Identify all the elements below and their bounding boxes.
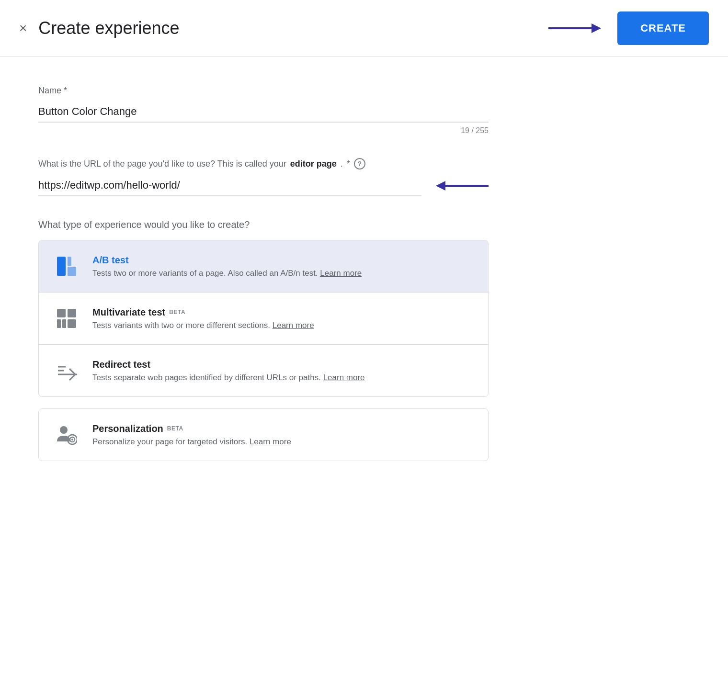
- url-input-row: [38, 175, 489, 196]
- svg-point-18: [71, 439, 73, 440]
- ab-test-title: A/B test: [92, 255, 473, 266]
- page-header: × Create experience CREATE: [0, 0, 728, 57]
- redirect-icon: [54, 358, 79, 383]
- create-button[interactable]: CREATE: [617, 11, 709, 45]
- personalization-content: Personalization BETA Personalize your pa…: [92, 423, 473, 447]
- svg-marker-3: [436, 181, 445, 191]
- multivariate-desc-text: Tests variants with two or more differen…: [92, 321, 270, 330]
- experience-type-label: What type of experience would you like t…: [38, 219, 489, 230]
- multivariate-learn-more[interactable]: Learn more: [273, 321, 314, 330]
- close-icon[interactable]: ×: [19, 22, 27, 35]
- svg-rect-11: [68, 319, 76, 328]
- multivariate-title-text: Multivariate test: [92, 307, 165, 318]
- experience-type-section: What type of experience would you like t…: [38, 219, 489, 461]
- multivariate-desc: Tests variants with two or more differen…: [92, 321, 473, 330]
- multivariate-title: Multivariate test BETA: [92, 307, 473, 318]
- multivariate-content: Multivariate test BETA Tests variants wi…: [92, 307, 473, 330]
- url-section: What is the URL of the page you'd like t…: [38, 158, 489, 196]
- svg-rect-9: [57, 319, 61, 328]
- name-section: Name * 19 / 255: [38, 86, 489, 135]
- personalization-title-text: Personalization: [92, 423, 163, 434]
- ab-test-desc-text: Tests two or more variants of a page. Al…: [92, 269, 318, 278]
- ab-test-content: A/B test Tests two or more variants of a…: [92, 255, 473, 278]
- url-input[interactable]: [38, 175, 421, 196]
- svg-rect-6: [68, 267, 76, 276]
- multivariate-icon: [54, 306, 79, 331]
- url-label-bold: editor page: [290, 159, 337, 169]
- personalization-learn-more[interactable]: Learn more: [250, 437, 291, 446]
- redirect-desc: Tests separate web pages identified by d…: [92, 373, 473, 383]
- url-label-suffix: .: [341, 159, 343, 169]
- redirect-desc-text: Tests separate web pages identified by d…: [92, 373, 321, 382]
- personalization-container: Personalization BETA Personalize your pa…: [38, 408, 489, 461]
- personalization-icon: [54, 422, 79, 447]
- main-content: Name * 19 / 255 What is the URL of the p…: [0, 57, 527, 513]
- svg-point-15: [60, 426, 68, 434]
- char-count: 19 / 255: [38, 126, 489, 135]
- redirect-title: Redirect test: [92, 359, 473, 370]
- help-icon[interactable]: ?: [354, 158, 365, 169]
- header-left: × Create experience: [19, 18, 180, 38]
- svg-rect-7: [57, 309, 66, 317]
- option-ab-test[interactable]: A/B test Tests two or more variants of a…: [39, 240, 488, 293]
- svg-marker-1: [592, 23, 601, 33]
- personalization-desc: Personalize your page for targeted visit…: [92, 437, 473, 447]
- svg-rect-10: [62, 319, 66, 328]
- option-redirect-test[interactable]: Redirect test Tests separate web pages i…: [39, 345, 488, 396]
- personalization-beta-badge: BETA: [167, 425, 183, 432]
- ab-test-icon: [54, 254, 79, 279]
- ab-test-learn-more[interactable]: Learn more: [320, 269, 362, 278]
- multivariate-beta-badge: BETA: [169, 309, 185, 316]
- arrow-left-decoration: [431, 178, 489, 193]
- page-title: Create experience: [38, 18, 179, 38]
- options-container: A/B test Tests two or more variants of a…: [38, 240, 489, 397]
- url-required: *: [347, 159, 350, 169]
- name-input[interactable]: [38, 102, 489, 123]
- name-label: Name *: [38, 86, 489, 96]
- svg-rect-5: [68, 257, 71, 266]
- option-multivariate-test[interactable]: Multivariate test BETA Tests variants wi…: [39, 293, 488, 345]
- ab-test-title-text: A/B test: [92, 255, 129, 266]
- url-label-prefix: What is the URL of the page you'd like t…: [38, 159, 286, 169]
- header-right: CREATE: [548, 11, 709, 45]
- svg-rect-8: [68, 309, 76, 317]
- redirect-title-text: Redirect test: [92, 359, 150, 370]
- option-personalization[interactable]: Personalization BETA Personalize your pa…: [39, 409, 488, 461]
- redirect-learn-more[interactable]: Learn more: [323, 373, 365, 382]
- personalization-desc-text: Personalize your page for targeted visit…: [92, 437, 247, 446]
- arrow-right-decoration: [548, 21, 606, 36]
- svg-rect-4: [57, 257, 66, 276]
- personalization-title: Personalization BETA: [92, 423, 473, 434]
- url-label: What is the URL of the page you'd like t…: [38, 158, 489, 169]
- ab-test-desc: Tests two or more variants of a page. Al…: [92, 269, 473, 278]
- redirect-content: Redirect test Tests separate web pages i…: [92, 359, 473, 383]
